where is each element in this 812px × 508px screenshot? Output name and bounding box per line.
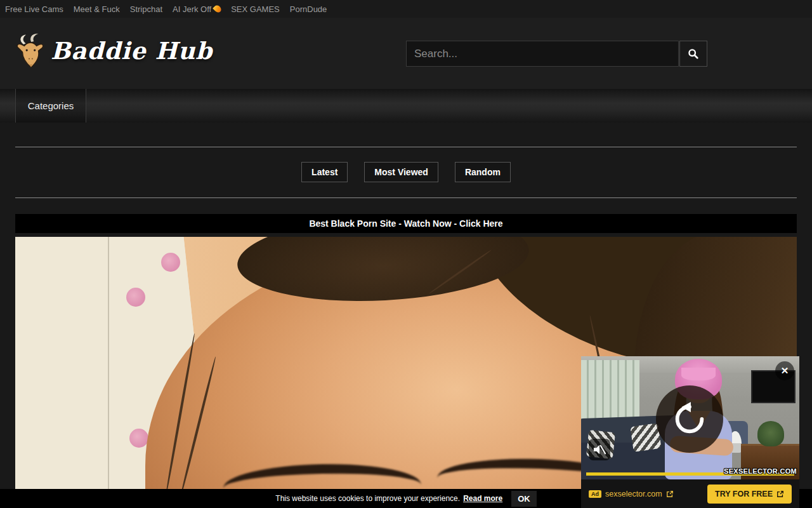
mute-button[interactable] bbox=[589, 439, 610, 460]
ad-brand-watermark: SEXSELECTOR.COM bbox=[724, 467, 797, 475]
site-logo[interactable]: Baddie Hub bbox=[13, 32, 213, 70]
nav-item-label: Categories bbox=[28, 100, 74, 111]
read-more-link[interactable]: Read more bbox=[463, 494, 502, 503]
tab-random[interactable]: Random bbox=[455, 162, 511, 182]
link-label: PornDude bbox=[290, 4, 327, 14]
tab-label: Most Viewed bbox=[374, 167, 428, 177]
topbar-link-meet-and-fuck[interactable]: Meet & Fuck bbox=[74, 4, 120, 14]
tab-label: Random bbox=[465, 167, 501, 177]
ad-badge: Ad bbox=[589, 490, 601, 498]
tab-latest[interactable]: Latest bbox=[301, 162, 348, 182]
link-label: Free Live Cams bbox=[5, 4, 63, 14]
flame-icon bbox=[213, 4, 223, 14]
muted-speaker-icon bbox=[593, 444, 606, 455]
link-label: Meet & Fuck bbox=[74, 4, 120, 14]
cta-label: TRY FOR FREE bbox=[715, 490, 773, 498]
wall-seam bbox=[108, 237, 109, 508]
ad-cta-button[interactable]: TRY FOR FREE bbox=[707, 485, 792, 504]
search-bar bbox=[406, 41, 707, 67]
topbar-link-porndude[interactable]: PornDude bbox=[290, 4, 327, 14]
ad-advertiser-block: Ad sexselector.com bbox=[589, 490, 674, 498]
polka-dot bbox=[126, 288, 145, 307]
replay-icon bbox=[670, 399, 709, 439]
polka-dot bbox=[129, 429, 148, 448]
tab-label: Latest bbox=[311, 167, 337, 177]
cookie-ok-button[interactable]: OK bbox=[511, 491, 537, 507]
ad-video-player[interactable]: ✕ SEXSELECTOR.COM bbox=[581, 356, 799, 479]
nav-item-categories[interactable]: Categories bbox=[15, 89, 86, 123]
external-link-icon bbox=[776, 490, 784, 498]
replay-button[interactable] bbox=[656, 385, 723, 453]
top-links-bar: Free Live Cams Meet & Fuck Stripchat AI … bbox=[0, 0, 812, 18]
categories-nav: Categories bbox=[0, 89, 812, 123]
link-label: AI Jerk Off bbox=[173, 4, 211, 14]
site-title: Baddie Hub bbox=[51, 37, 213, 65]
search-button[interactable] bbox=[679, 41, 707, 67]
site-header: Baddie Hub bbox=[0, 18, 812, 89]
search-icon bbox=[688, 48, 699, 60]
ad-scene-plant bbox=[757, 421, 784, 446]
goat-icon bbox=[13, 32, 47, 70]
advertiser-link[interactable]: sexselector.com bbox=[605, 490, 662, 498]
polka-dot bbox=[161, 253, 180, 272]
divider-line bbox=[15, 197, 797, 198]
topbar-link-stripchat[interactable]: Stripchat bbox=[130, 4, 162, 14]
cookie-message: This website uses cookies to improve you… bbox=[275, 494, 460, 503]
tab-most-viewed[interactable]: Most Viewed bbox=[364, 162, 438, 182]
topbar-link-ai-jerk-off[interactable]: AI Jerk Off bbox=[173, 4, 221, 14]
search-input[interactable] bbox=[406, 41, 679, 67]
page-root: Free Live Cams Meet & Fuck Stripchat AI … bbox=[0, 0, 812, 508]
ad-close-button[interactable]: ✕ bbox=[775, 361, 794, 380]
link-label: SEX GAMES bbox=[231, 4, 280, 14]
video-ad-overlay: ✕ SEXSELECTOR.COM Ad sexselector.com bbox=[581, 356, 799, 508]
topbar-link-sex-games[interactable]: SEX GAMES bbox=[231, 4, 280, 14]
divider-line bbox=[15, 147, 797, 147]
topbar-link-free-live-cams[interactable]: Free Live Cams bbox=[5, 4, 63, 14]
ad-scene-person-bangs bbox=[681, 368, 716, 380]
promo-banner-link[interactable]: Best Black Porn Site - Watch Now - Click… bbox=[15, 214, 797, 233]
link-label: Stripchat bbox=[130, 4, 162, 14]
filter-tabs: Latest Most Viewed Random bbox=[0, 162, 812, 182]
ad-info-bar: Ad sexselector.com TRY FOR FREE bbox=[581, 479, 799, 508]
external-link-icon bbox=[666, 490, 674, 498]
